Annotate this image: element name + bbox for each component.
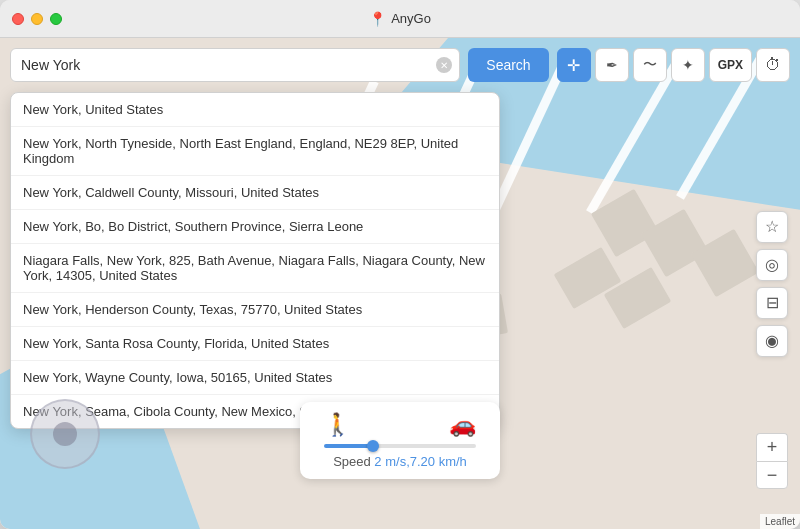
layers-icon: ⊟	[766, 293, 779, 312]
close-button[interactable]	[12, 13, 24, 25]
traffic-lights	[12, 13, 62, 25]
route-icon: 〜	[643, 56, 657, 74]
title-label: AnyGo	[391, 11, 431, 26]
joystick[interactable]	[30, 399, 100, 469]
dropdown-item[interactable]: New York, Henderson County, Texas, 75770…	[11, 293, 499, 327]
zoom-out-button[interactable]: −	[756, 461, 788, 489]
dropdown-item[interactable]: New York, Caldwell County, Missouri, Uni…	[11, 176, 499, 210]
pen-tool-button[interactable]: ✒	[595, 48, 629, 82]
title-pin-icon: 📍	[369, 11, 386, 27]
search-button[interactable]: Search	[468, 48, 548, 82]
locate-button[interactable]: ◉	[756, 325, 788, 357]
crosshair-tool-button[interactable]: ✛	[557, 48, 591, 82]
dropdown-item[interactable]: New York, Wayne County, Iowa, 50165, Uni…	[11, 361, 499, 395]
leaflet-attribution: Leaflet	[760, 514, 800, 529]
walk-icon: 🚶	[324, 412, 351, 438]
layers-button[interactable]: ⊟	[756, 287, 788, 319]
dropdown-item[interactable]: New York, Bo, Bo District, Southern Prov…	[11, 210, 499, 244]
zoom-controls: + −	[756, 433, 788, 489]
joystick-outer[interactable]	[30, 399, 100, 469]
speed-text: Speed 2 m/s,7.20 km/h	[333, 454, 467, 469]
search-dropdown: New York, United StatesNew York, North T…	[10, 92, 500, 429]
move-icon: ✦	[682, 57, 694, 73]
route-tool-button[interactable]: 〜	[633, 48, 667, 82]
transport-icons: 🚶 🚗	[324, 412, 476, 438]
app-window: 📍 AnyGo	[0, 0, 800, 529]
right-controls: ☆ ◎ ⊟ ◉	[756, 211, 788, 357]
compass-button[interactable]: ◎	[756, 249, 788, 281]
overlay-panel: ✕ New York, United StatesNew York, North…	[10, 48, 790, 82]
gpx-label: GPX	[718, 58, 743, 72]
favorites-button[interactable]: ☆	[756, 211, 788, 243]
pen-icon: ✒	[606, 57, 618, 73]
search-input[interactable]	[10, 48, 460, 82]
clear-icon[interactable]: ✕	[436, 57, 452, 73]
dropdown-item[interactable]: New York, Santa Rosa County, Florida, Un…	[11, 327, 499, 361]
window-title: 📍 AnyGo	[369, 11, 431, 27]
toolbar: ✛ ✒ 〜 ✦ GPX ⏱	[557, 48, 790, 82]
dropdown-item[interactable]: Niagara Falls, New York, 825, Bath Avenu…	[11, 244, 499, 293]
crosshair-icon: ✛	[567, 56, 580, 75]
search-wrapper: ✕ New York, United StatesNew York, North…	[10, 48, 460, 82]
gpx-button[interactable]: GPX	[709, 48, 752, 82]
maximize-button[interactable]	[50, 13, 62, 25]
title-bar: 📍 AnyGo	[0, 0, 800, 38]
star-icon: ☆	[765, 217, 779, 236]
locate-icon: ◉	[765, 331, 779, 350]
map-container[interactable]: Larkins Point Lake Ave ✕ New York, Unite…	[0, 38, 800, 529]
joystick-inner[interactable]	[53, 422, 77, 446]
clock-icon: ⏱	[765, 56, 781, 74]
move-tool-button[interactable]: ✦	[671, 48, 705, 82]
speed-label: Speed	[333, 454, 374, 469]
minimize-button[interactable]	[31, 13, 43, 25]
speed-value: 2 m/s,7.20 km/h	[374, 454, 466, 469]
zoom-in-button[interactable]: +	[756, 433, 788, 461]
history-button[interactable]: ⏱	[756, 48, 790, 82]
dropdown-item[interactable]: New York, United States	[11, 93, 499, 127]
speed-slider[interactable]	[324, 444, 476, 448]
speed-widget: 🚶 🚗 Speed 2 m/s,7.20 km/h	[300, 402, 500, 479]
dropdown-item[interactable]: New York, North Tyneside, North East Eng…	[11, 127, 499, 176]
compass-icon: ◎	[765, 255, 779, 274]
car-icon: 🚗	[449, 412, 476, 438]
